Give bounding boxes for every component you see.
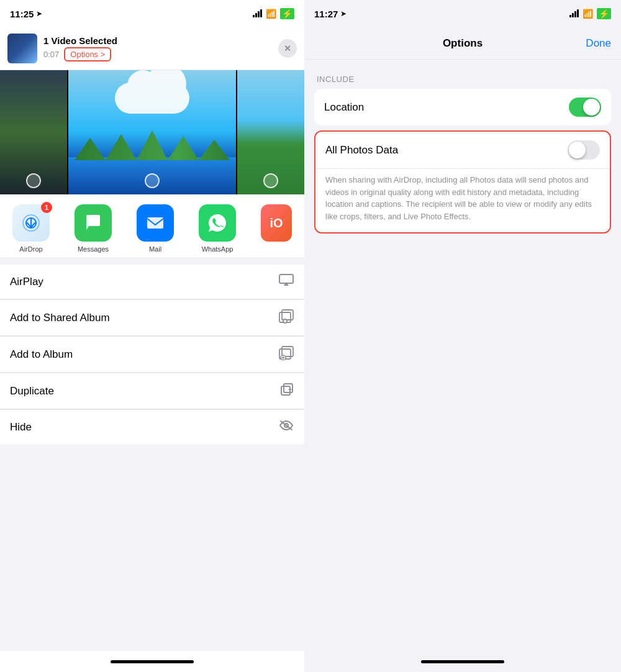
whatsapp-label: WhatsApp: [202, 245, 233, 253]
add-shared-album-label: Add to Shared Album: [10, 312, 110, 324]
all-photos-data-card: All Photos Data When sharing with AirDro…: [314, 130, 611, 234]
left-panel: 11:25 ➤ 📶 ⚡ 1 Video Selected 0:07 Option…: [0, 0, 304, 672]
share-info: 1 Video Selected 0:07 Options >: [43, 35, 272, 61]
photo-2: [68, 70, 236, 194]
hide-label: Hide: [10, 421, 32, 434]
svg-rect-2: [147, 217, 163, 229]
left-wifi-icon: 📶: [266, 9, 276, 19]
right-status-bar: 11:27 ➤ 📶 ⚡: [304, 0, 621, 27]
shared-album-icon: [278, 309, 294, 327]
app-mail[interactable]: Mail: [124, 204, 186, 253]
mail-icon: [137, 204, 174, 242]
airdrop-icon: 1: [12, 204, 50, 242]
options-header: Options Done: [304, 27, 621, 60]
duplicate-icon: [279, 382, 294, 400]
options-body: INCLUDE Location All Photos Data When sh…: [304, 60, 621, 651]
left-time: 11:25: [10, 9, 34, 19]
all-photos-data-label: All Photos Data: [325, 144, 398, 157]
video-thumbnail: [7, 34, 37, 63]
right-panel: 11:27 ➤ 📶 ⚡ Options Done INCLUDE Locatio…: [304, 0, 621, 672]
menu-hide[interactable]: Hide: [0, 410, 304, 444]
svg-rect-5: [282, 310, 293, 320]
right-home-bar: [421, 660, 504, 663]
video-duration: 0:07: [43, 50, 59, 59]
hide-icon: [278, 419, 294, 435]
menu-duplicate[interactable]: Duplicate: [0, 373, 304, 409]
whatsapp-icon: [199, 204, 236, 242]
airdrop-badge: 1: [41, 202, 52, 213]
menu-add-shared-album[interactable]: Add to Shared Album: [0, 300, 304, 336]
left-signal: [253, 10, 262, 17]
select-circle-3[interactable]: [263, 173, 278, 188]
options-title: Options: [443, 37, 483, 50]
left-home-indicator: [0, 651, 304, 672]
all-photos-option-row: All Photos Data: [315, 132, 610, 169]
menu-add-album[interactable]: Add to Album: [0, 337, 304, 373]
share-apps-row: 1 AirDrop Messages Mail: [0, 194, 304, 258]
app-airdrop[interactable]: 1 AirDrop: [0, 204, 62, 253]
messages-icon: [75, 204, 112, 242]
share-title: 1 Video Selected: [43, 35, 272, 46]
all-photos-toggle[interactable]: [568, 140, 600, 160]
right-time: 11:27: [314, 9, 338, 19]
airplay-icon: [278, 273, 294, 290]
location-option-row: Location: [314, 89, 611, 125]
location-label: Location: [324, 101, 364, 114]
airdrop-label: AirDrop: [19, 245, 42, 253]
add-album-label: Add to Album: [10, 348, 73, 361]
photo-3: [237, 70, 304, 194]
left-status-icons: 📶 ⚡: [253, 8, 294, 19]
right-location-icon: ➤: [340, 9, 347, 18]
svg-rect-3: [279, 275, 293, 283]
mail-label: Mail: [149, 245, 161, 253]
location-option-card: Location: [314, 89, 611, 125]
select-circle-1[interactable]: [26, 173, 41, 188]
location-toggle[interactable]: [569, 98, 601, 117]
right-wifi-icon: 📶: [582, 9, 593, 19]
all-photos-description: When sharing with AirDrop, including all…: [315, 169, 610, 232]
include-section-label: INCLUDE: [314, 75, 611, 84]
left-location-icon: ➤: [36, 9, 42, 18]
svg-rect-10: [281, 386, 290, 395]
all-photos-toggle-thumb: [569, 142, 586, 158]
app-messages[interactable]: Messages: [62, 204, 124, 253]
share-sub: 0:07 Options >: [43, 47, 272, 61]
left-home-bar: [111, 660, 194, 663]
location-toggle-thumb: [583, 99, 600, 116]
left-status-bar: 11:25 ➤ 📶 ⚡: [0, 0, 304, 27]
messages-label: Messages: [78, 245, 109, 253]
app-whatsapp[interactable]: WhatsApp: [186, 204, 248, 253]
right-status-icons: 📶 ⚡: [569, 8, 611, 19]
close-button[interactable]: ✕: [278, 39, 297, 58]
photo-1: [0, 70, 67, 194]
right-home-indicator: [304, 651, 621, 672]
options-button[interactable]: Options >: [64, 47, 111, 61]
left-battery-icon: ⚡: [280, 8, 294, 19]
airplay-label: AirPlay: [10, 276, 43, 288]
select-circle-2[interactable]: [145, 173, 160, 188]
photo-strip: [0, 70, 304, 194]
duplicate-label: Duplicate: [10, 385, 54, 397]
more-app-icon: iO: [261, 204, 292, 242]
share-header: 1 Video Selected 0:07 Options > ✕: [0, 27, 304, 70]
right-battery-icon: ⚡: [597, 8, 611, 19]
add-album-icon: [278, 345, 294, 363]
done-button[interactable]: Done: [586, 37, 611, 50]
menu-list: AirPlay Add to Shared Album: [0, 265, 304, 444]
right-signal: [569, 10, 579, 17]
svg-rect-11: [284, 384, 292, 393]
app-more[interactable]: iO: [248, 204, 304, 253]
menu-airplay[interactable]: AirPlay: [0, 265, 304, 299]
